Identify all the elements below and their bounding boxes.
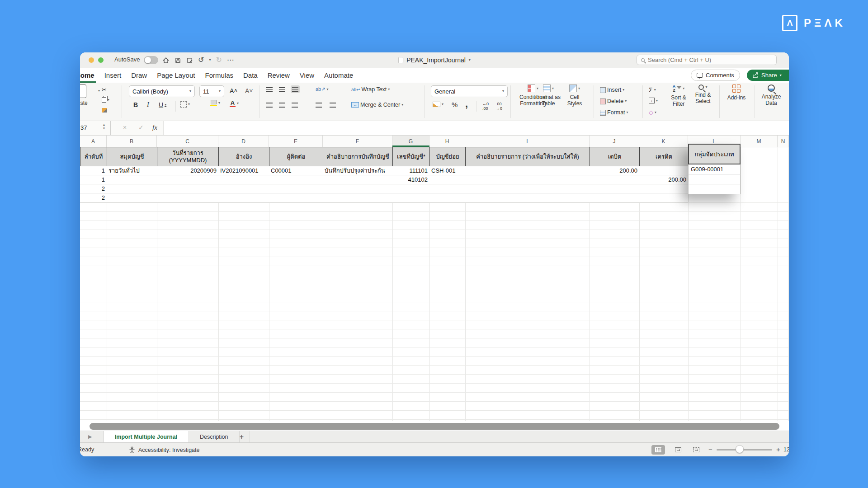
find-select-button[interactable]: ▾ Find & Select [692,84,714,105]
column-header-J[interactable]: J [590,136,639,147]
wrap-text-button[interactable]: ab↩ Wrap Text ▾ [351,86,390,93]
tab-page-layout[interactable]: Page Layout [157,68,195,83]
format-cells-button[interactable]: Format ▾ [600,109,628,116]
add-ins-button[interactable]: Add-ins [726,84,747,101]
save-as-icon[interactable] [186,57,193,64]
number-format-select[interactable]: General ▾ [431,85,508,97]
fill-button[interactable]: ↓▾ [649,98,658,103]
sheet-tab-import-multiple-journal[interactable]: Import Multiple Journal [103,431,189,443]
cell-H3[interactable] [429,175,466,184]
cell-K4[interactable] [639,184,689,193]
home-icon[interactable] [162,57,170,64]
orientation-button[interactable]: ab↗▾ [316,86,328,92]
column-header-M[interactable]: M [741,136,778,147]
sheet-tab-description[interactable]: Description [189,431,240,443]
align-right-button[interactable] [292,103,298,108]
formula-input[interactable] [163,121,789,135]
decrease-decimal-button[interactable]: .00→0 [496,102,502,111]
cell-F2[interactable]: บันทึกปรับปรุงค่าประกัน [323,166,393,175]
column-header-N[interactable]: N [778,136,789,147]
align-center-button[interactable] [279,103,285,108]
font-name-select[interactable]: Calibri (Body) ▾ [129,85,195,97]
normal-view-button[interactable] [651,445,665,455]
underline-button[interactable]: U▾ [159,101,166,108]
align-top-button[interactable] [266,87,273,92]
cell-H4[interactable] [429,184,466,193]
cell-K3[interactable]: 200.00 [639,175,689,184]
cell-B2[interactable]: รายวันทั่วไป [107,166,157,175]
autosum-button[interactable]: Σ▾ [649,86,656,94]
analyze-data-button[interactable]: Analyze Data [759,84,783,107]
page-layout-view-button[interactable] [671,445,685,455]
increase-indent-button[interactable] [330,103,336,108]
cell-E2[interactable]: C00001 [269,166,323,175]
cell-J2[interactable]: 200.00 [590,166,640,175]
cell-G2[interactable]: 111101 [392,166,430,175]
cell-B5[interactable] [107,193,157,202]
autosave-toggle[interactable] [144,56,158,64]
fill-color-button[interactable]: ▾ [210,100,220,106]
horizontal-scrollbar[interactable] [90,423,779,430]
share-button[interactable]: Share ▾ [747,70,789,81]
cell-E4[interactable] [269,184,323,193]
cell-C2[interactable]: 20200909 [157,166,219,175]
format-as-table-button[interactable]: ▾ Format as Table [532,84,565,107]
cell-I3[interactable] [465,175,590,184]
dropdown-item-empty[interactable] [688,174,741,184]
cell-I4[interactable] [465,184,590,193]
insert-cells-button[interactable]: Insert ▾ [600,87,624,93]
zoom-in-button[interactable]: + [776,446,780,453]
page-break-view-button[interactable] [689,445,703,455]
paste-button[interactable]: Paste [80,84,88,107]
save-icon[interactable] [175,57,181,64]
align-middle-button[interactable] [279,87,285,92]
cell-C4[interactable] [157,184,219,193]
font-size-select[interactable]: 11 ▾ [199,85,224,97]
cell-F3[interactable] [323,175,393,184]
bold-button[interactable]: B [133,101,138,108]
copy-button[interactable]: ▾ [102,97,109,103]
search-input[interactable]: Search (Cmd + Ctrl + U) [637,55,777,65]
cut-button[interactable]: ✂ [102,86,107,93]
borders-button[interactable]: ▾ [180,101,190,108]
tab-data[interactable]: Data [243,68,258,83]
header-cell-D[interactable]: อ้างอิง [218,147,269,166]
clear-button[interactable]: ◇▾ [649,109,656,116]
cell-K2[interactable] [639,166,689,175]
tab-automate[interactable]: Automate [324,68,353,83]
cell-A5[interactable]: 2 [80,193,107,202]
header-cell-H[interactable]: บัญชีย่อย [429,147,466,166]
column-header-B[interactable]: B [107,136,157,147]
cell-I5[interactable] [465,193,590,202]
cell-A3[interactable]: 1 [80,175,107,184]
comma-style-button[interactable]: , [465,98,468,110]
undo-chevron-icon[interactable]: ▾ [209,58,211,62]
italic-button[interactable]: I [147,101,149,108]
cell-F4[interactable] [323,184,393,193]
cell-C3[interactable] [157,175,219,184]
zoom-slider-knob[interactable] [736,445,744,453]
delete-cells-button[interactable]: Delete ▾ [600,98,627,104]
cell-I2[interactable] [465,166,590,175]
tab-insert[interactable]: Insert [104,68,122,83]
cell-D5[interactable] [218,193,269,202]
cell-H5[interactable] [429,193,466,202]
document-title-group[interactable]: PEAK_ImportJournal ▾ [398,52,471,68]
sort-filter-button[interactable]: AZ▾ Sort & Filter [668,84,689,108]
cell-D2[interactable]: IV2021090001 [218,166,269,175]
comments-button[interactable]: Comments [691,70,740,81]
minimize-traffic-light[interactable] [89,57,94,63]
header-cell-J[interactable]: เดบิต [590,147,640,166]
name-box-spinner[interactable]: ▲▼ [103,123,105,131]
tab-view[interactable]: View [300,68,314,83]
zoom-out-button[interactable]: − [708,446,712,453]
cell-J3[interactable] [590,175,640,184]
cell-D3[interactable] [218,175,269,184]
cell-A2[interactable]: 1 [80,166,107,175]
column-header-I[interactable]: I [465,136,590,147]
header-cell-F[interactable]: คำอธิบายการบันทึกบัญชี [323,147,393,166]
font-color-button[interactable]: A ▾ [230,100,239,107]
sheet-nav-arrow-icon[interactable]: ▶ [88,434,92,440]
format-painter-button[interactable] [102,108,107,113]
header-cell-K[interactable]: เครดิต [639,147,689,166]
